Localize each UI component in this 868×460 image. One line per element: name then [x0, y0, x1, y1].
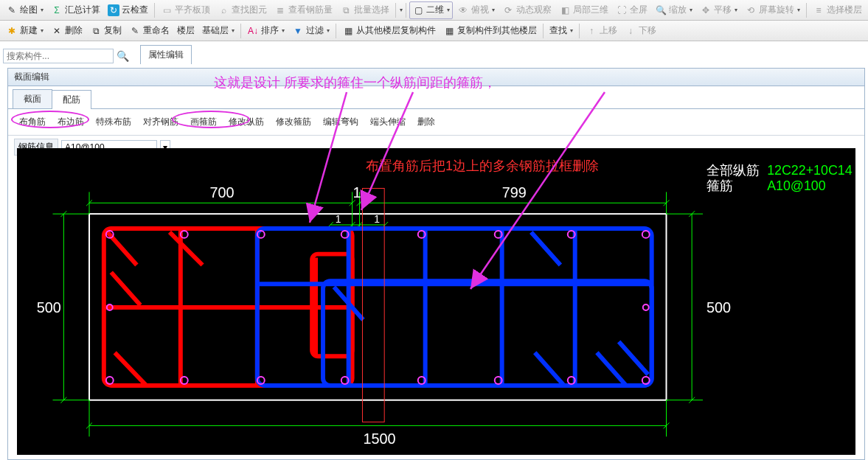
- floor-icon: ≡: [813, 4, 824, 16]
- svg-point-54: [642, 377, 650, 384]
- tick-1: 1: [336, 213, 341, 225]
- dropdown-icon[interactable]: ▾: [400, 7, 403, 13]
- new-icon: ✱: [6, 25, 18, 37]
- tab-rebar[interactable]: 配筋: [52, 90, 91, 109]
- tab-section[interactable]: 截面: [13, 89, 52, 108]
- filter-icon: ▼: [292, 25, 304, 37]
- pan-icon: ✥: [700, 4, 712, 16]
- batch-icon: ⧉: [340, 4, 352, 16]
- annotation-text-1: 这就是设计 所要求的箍住一个纵筋间距的箍筋，: [214, 74, 496, 91]
- copy-to-icon: ▦: [443, 25, 455, 37]
- drawing-canvas[interactable]: 700 1 799 1500 500 500 1 1: [17, 148, 855, 455]
- main-panel: 截面编辑 截面 配筋 布角筋 布边筋 特殊布筋 对齐钢筋 画箍筋 修改纵筋 修改…: [7, 68, 865, 460]
- cloud-check-button[interactable]: ↻云检查: [105, 1, 151, 19]
- val-stir: A10@100: [767, 178, 826, 193]
- delete-button[interactable]: ✕删除: [48, 22, 86, 40]
- svg-line-36: [597, 352, 626, 386]
- rename-button[interactable]: ✎重命名: [126, 22, 173, 40]
- pencil-icon: ✎: [6, 4, 18, 16]
- dim-top-2: 1: [353, 184, 361, 201]
- rotate-icon: ⟲: [745, 4, 757, 16]
- draw-button[interactable]: ✎绘图▾: [3, 1, 46, 19]
- select-floor-button[interactable]: ≡选择楼层: [810, 1, 865, 19]
- batch-select-button[interactable]: ⧉批量选择: [337, 1, 392, 19]
- sort-icon: A↓: [247, 25, 259, 37]
- move-down-button[interactable]: ↓下移: [622, 22, 659, 40]
- dim-top-1: 700: [209, 184, 234, 201]
- annotation-oval-2: [172, 111, 250, 128]
- box-icon: ▢: [412, 4, 424, 16]
- annotation-text-2: 布置角筋后把1边上的多余钢筋拉框删除: [366, 157, 599, 175]
- svg-point-46: [642, 231, 650, 238]
- find-icon: ⌕: [218, 4, 229, 16]
- main-toolbar-1: ✎绘图▾ Σ汇总计算 ↻云检查 ▭平齐板顶 ⌕查找图元 ≣查看钢筋量 ⧉批量选择…: [0, 0, 868, 21]
- annotation-oval-1: [11, 111, 89, 128]
- local3d-button[interactable]: ◧局部三维: [556, 1, 611, 19]
- align-top-button[interactable]: ▭平齐板顶: [158, 1, 213, 19]
- main-toolbar-2: ✱新建▾ ✕删除 ⧉复制 ✎重命名 楼层 基础层▾ A↓排序▾ ▼过滤▾ ▦从其…: [0, 21, 868, 41]
- find-button[interactable]: 查找▾: [546, 22, 576, 40]
- dim-right: 500: [706, 299, 731, 316]
- sort-button[interactable]: A↓排序▾: [244, 22, 288, 40]
- delete-icon: ✕: [51, 25, 63, 37]
- copy-to-button[interactable]: ▦复制构件到其他楼层: [440, 22, 540, 40]
- sum-button[interactable]: Σ汇总计算: [48, 1, 103, 19]
- align-icon: ▭: [161, 4, 173, 16]
- zoom-icon: 🔍: [655, 4, 667, 16]
- full-button[interactable]: ⛶全屏: [613, 1, 650, 19]
- up-icon: ↑: [586, 25, 597, 37]
- svg-point-47: [106, 377, 114, 384]
- svg-line-26: [115, 352, 147, 386]
- sigma-icon: Σ: [51, 4, 63, 16]
- cmd-modstir[interactable]: 修改箍筋: [271, 114, 316, 130]
- filter-button[interactable]: ▼过滤▾: [289, 22, 333, 40]
- look-button[interactable]: 👁俯视▾: [454, 1, 498, 19]
- cube-icon: ◧: [559, 4, 571, 16]
- copy-icon: ⧉: [90, 25, 102, 37]
- cmd-edithook[interactable]: 编辑弯钩: [318, 114, 364, 130]
- new-button[interactable]: ✱新建▾: [3, 22, 46, 40]
- val-long: 12C22+10C14: [767, 163, 852, 178]
- copy-from-button[interactable]: ▦从其他楼层复制构件: [339, 22, 439, 40]
- svg-rect-33: [323, 281, 652, 386]
- cmd-special[interactable]: 特殊布筋: [91, 114, 136, 130]
- rename-icon: ✎: [129, 25, 141, 37]
- dim-top-3: 799: [502, 184, 527, 201]
- orbit-icon: ⟳: [502, 4, 514, 16]
- zoom-button[interactable]: 🔍缩放▾: [652, 1, 695, 19]
- view-2d-select[interactable]: ▢二维▾: [409, 1, 453, 19]
- svg-line-25: [111, 272, 141, 305]
- base-floor-select[interactable]: 基础层▾: [199, 22, 237, 40]
- rotate-button[interactable]: ⟲屏幕旋转▾: [742, 1, 803, 19]
- search-input[interactable]: [3, 49, 114, 63]
- fullscreen-icon: ⛶: [616, 4, 628, 16]
- command-row: 布角筋 布边筋 特殊布筋 对齐钢筋 画箍筋 修改纵筋 修改箍筋 编辑弯钩 端头伸…: [8, 109, 864, 136]
- cloud-icon: ↻: [108, 4, 119, 16]
- cmd-endext[interactable]: 端头伸缩: [365, 114, 411, 130]
- dim-bottom: 1500: [363, 431, 395, 447]
- dyn-button[interactable]: ⟳动态观察: [499, 1, 555, 19]
- pan-button[interactable]: ✥平移▾: [697, 1, 740, 19]
- move-up-button[interactable]: ↑上移: [583, 22, 620, 40]
- label-stir: 箍筋: [706, 178, 733, 193]
- floor-label: 楼层: [174, 22, 198, 40]
- copy-button[interactable]: ⧉复制: [87, 22, 125, 40]
- dim-left: 500: [37, 299, 61, 316]
- copy-from-icon: ▦: [342, 25, 354, 37]
- rebar-icon: ≣: [274, 4, 286, 16]
- tick-2: 1: [374, 213, 380, 225]
- canvas-svg: 700 1 799 1500 500 500 1 1: [17, 148, 855, 455]
- attr-tab-strip: 属性编辑: [140, 44, 192, 63]
- find-elem-button[interactable]: ⌕查找图元: [215, 1, 270, 19]
- cmd-del[interactable]: 删除: [412, 114, 440, 130]
- eye-icon: 👁: [457, 4, 469, 16]
- svg-point-56: [643, 304, 649, 310]
- tab-attribute-edit[interactable]: 属性编辑: [140, 45, 192, 64]
- down-icon: ↓: [625, 25, 636, 37]
- check-rebar-button[interactable]: ≣查看钢筋量: [271, 1, 336, 19]
- search-icon[interactable]: 🔍: [117, 50, 129, 62]
- svg-line-35: [619, 341, 648, 374]
- label-long: 全部纵筋: [706, 163, 760, 178]
- svg-line-34: [531, 232, 560, 265]
- svg-line-37: [535, 352, 564, 386]
